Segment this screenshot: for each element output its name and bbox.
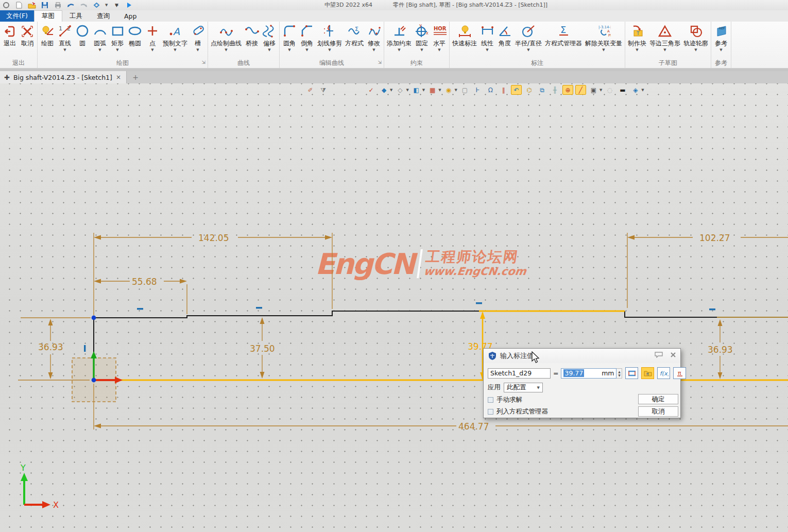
profile-endpoint[interactable] [92,316,96,320]
manual-solve-checkbox[interactable] [488,397,493,403]
new-file-icon[interactable] [15,1,23,9]
unlink-variable-icon: |-3.14-|API [597,24,611,38]
dialog-title-bar[interactable]: 输入标注值 [484,349,680,363]
exit-button[interactable]: 退出 [1,22,19,53]
pi-folder-icon: π [644,370,652,376]
add-constraint-button[interactable]: 添加约束▼ [385,22,413,53]
dimension-value-field[interactable]: 39.77 mm [561,368,616,379]
fillet-button[interactable]: 圆角▼ [281,22,298,53]
new-tab-button[interactable]: + [127,71,144,83]
document-tab-active[interactable]: ✚ Big shaft-V2014.Z3 - [Sketch1] × [0,71,127,83]
track-profile-button[interactable]: 轨迹轮廓▼ [682,22,710,53]
horizontal-icon: HORZ [433,24,447,38]
ribbon-group-exit: 退出 取消 退出 [0,22,38,68]
circle-button[interactable]: 圆 [74,22,91,53]
svg-text:Σ: Σ [560,24,566,35]
horizontal-button[interactable]: HORZ 水平▼ [431,22,448,53]
trim-button[interactable]: 划线修剪▼ [316,22,344,53]
tab-app[interactable]: App [117,10,144,22]
unlink-variable-button[interactable]: |-3.14-|API 解除关联变量▼ [584,22,624,53]
fx-icon: f(x) [659,370,669,376]
slot-icon [191,24,205,38]
vertical-constraint-icon[interactable] [84,345,85,352]
equation-manager-button[interactable]: Σ 方程式管理器 [543,22,584,53]
angle-dim-icon [498,24,512,38]
arc-icon [93,24,107,38]
text-button[interactable]: A 预制文字▼ [161,22,189,53]
chamfer-button[interactable]: 倒角▼ [298,22,316,53]
dimension-type-button[interactable] [625,367,638,379]
svg-text:f(x): f(x) [660,370,669,376]
triangle-button[interactable]: 等边三角形▼ [648,22,682,53]
arc-button[interactable]: 圆弧▼ [91,22,109,53]
comment-icon[interactable] [655,352,663,358]
variable-browse-button[interactable]: π [641,367,654,379]
tab-tools[interactable]: 工具 [62,10,90,22]
rectangle-button[interactable]: 矩形▼ [109,22,126,53]
document-tab-bar: ✚ Big shaft-V2014.Z3 - [Sketch1] × + [0,71,788,83]
dimension-37[interactable]: 37.50 [250,317,275,379]
function-button[interactable]: f(x) [657,367,670,379]
dimension-464[interactable]: 464.77 [94,384,788,432]
ribbon-group-label-draw: 绘图⇲ [39,59,207,68]
line-button[interactable]: 12 直线▼ [56,22,74,53]
equation-manager-checkbox[interactable] [488,409,493,415]
tab-close-icon[interactable]: × [116,74,121,81]
customize-qat-icon[interactable]: ▼̶ [112,1,121,9]
fillet-icon [283,24,297,38]
angle-dim-button[interactable]: 角度 [496,22,513,53]
ok-button[interactable]: 确定 [638,394,678,404]
undo-icon[interactable] [66,1,75,9]
dimension-36-right[interactable]: 36.93 [708,319,733,379]
bridge-button[interactable]: 桥接 [243,22,261,53]
cancel-dialog-button[interactable]: 取消 [638,406,678,417]
reference-button[interactable]: REF 参考▼ [712,22,730,53]
regen-icon[interactable] [92,1,100,9]
offset-button[interactable]: 偏移▼ [261,22,278,53]
value-spinner[interactable]: ▲▼ [616,368,622,379]
dialog-close-icon[interactable] [670,352,676,358]
quick-dim-button[interactable]: 快速标注 [451,22,478,53]
dimension-142[interactable]: 142.05 [94,233,332,315]
cancel-button[interactable]: 取消 [19,22,36,53]
make-block-button[interactable]: T 制作块▼ [626,22,648,53]
point-curve-button[interactable]: 点绘制曲线▼ [209,22,243,53]
play-icon[interactable] [125,1,133,9]
regen-dropdown-icon[interactable]: ▼ [105,3,108,7]
slot-button[interactable]: 槽▼ [189,22,207,53]
save-icon[interactable] [41,1,49,9]
menu-file[interactable]: 文件(F) [0,10,34,22]
origin-point[interactable] [92,378,96,383]
open-file-icon[interactable] [28,1,36,9]
draw-group-launcher-icon[interactable]: ⇲ [201,60,205,65]
svg-text:55.68: 55.68 [132,277,157,287]
ribbon-group-label-curve: 曲线 [209,59,278,68]
horizontal-constraint-icons[interactable] [137,302,715,310]
make-block-icon: T [630,24,644,38]
window-title: 中望3D 2022 x64 零件 [Big shaft], 草图 - [Big … [324,1,778,9]
svg-text:π: π [646,372,649,376]
apply-config-dropdown[interactable]: 此配置 ▼ [504,383,543,392]
print-icon[interactable] [54,1,62,9]
linear-dim-button[interactable]: 线性▼ [478,22,496,53]
redo-icon[interactable] [79,1,88,9]
pi-constant-button[interactable]: π [673,367,686,379]
edit-curve-group-launcher-icon[interactable]: ⇲ [378,60,382,65]
ellipse-button[interactable]: 椭圆 [126,22,144,53]
dimension-name-field[interactable]: Sketch1_d29 [488,368,551,379]
modify-button[interactable]: 修改▼ [365,22,383,53]
tab-query[interactable]: 查询 [90,10,117,22]
title-bar: ▼ ▼̶ 中望3D 2022 x64 零件 [Big shaft], 草图 - … [0,0,788,10]
point-button[interactable]: 点▼ [144,22,161,53]
ribbon-group-constraint: 添加约束▼ Yx 固定▼ HORZ 水平▼ 约束 [384,22,450,68]
ready-sketch-button[interactable]: 绘图 [39,22,56,53]
equation-curve-button[interactable]: Σ 方程式 [344,22,365,53]
app-logo-icon[interactable] [2,1,10,9]
sketch-canvas[interactable]: ✐ ⧩ ✓ ◆▼ ◇▼ ◧▼ ▦▼ ◉▼ ▢ Ⱶ Ω ∥ ↶ ⌬ ⧉ ╫ ⊕ ╱… [0,83,788,532]
radius-dim-button[interactable]: 半径/直径▼ [513,22,543,53]
tab-sketch[interactable]: 草图 [34,10,62,22]
axis-label-y: Y [20,463,26,473]
svg-text:A: A [607,29,610,33]
fix-button[interactable]: Yx 固定▼ [413,22,431,53]
dimension-102[interactable]: 102.27 [627,233,788,308]
